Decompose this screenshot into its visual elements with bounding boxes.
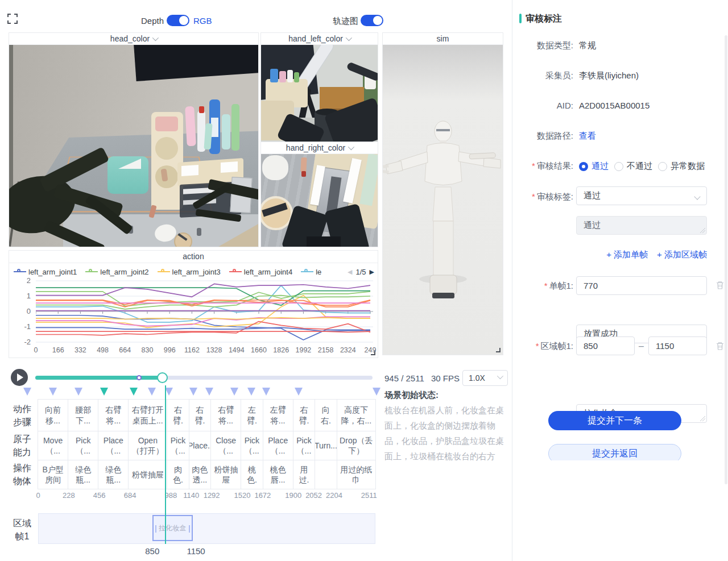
- y-tick: 0: [14, 307, 31, 315]
- step-marker-icon[interactable]: [373, 388, 380, 396]
- textarea-resize-handle[interactable]: [700, 416, 705, 421]
- table-row: Move（...Pick（...Place（...Open（打开）Pick（..…: [38, 431, 376, 460]
- region-handle-right[interactable]: [189, 525, 190, 533]
- head-camera-selector[interactable]: head_color: [9, 33, 258, 45]
- frame-axis-label: 456: [93, 491, 106, 500]
- textarea-resize-handle[interactable]: [700, 228, 705, 233]
- radio-circle-icon[interactable]: [614, 162, 623, 171]
- review-tag-select[interactable]: 通过: [576, 186, 707, 205]
- x-tick: 996: [164, 346, 176, 354]
- delete-single-frame-icon[interactable]: [715, 280, 725, 290]
- radio-option[interactable]: 异常数据: [658, 161, 705, 172]
- step-cell: 腰部下...: [68, 399, 98, 431]
- radio-option[interactable]: 通过: [579, 161, 609, 172]
- submit-next-button[interactable]: 提交并下一条: [548, 411, 681, 430]
- review-panel: 审核标注 数据类型: 常规 采集员: 李轶晨(liyichen) AID: A2…: [512, 0, 728, 561]
- x-tick: 664: [119, 346, 131, 354]
- play-button[interactable]: [11, 369, 28, 386]
- add-single-frame-link[interactable]: + 添加单帧: [606, 250, 648, 260]
- region-block[interactable]: 拉化妆盒: [152, 515, 193, 541]
- hand-left-camera-panel: hand_left_color: [260, 32, 378, 142]
- step-cell: Place..: [189, 431, 211, 460]
- submit-back-button[interactable]: 提交并返回: [548, 444, 681, 460]
- y-tick: 1: [14, 292, 31, 300]
- add-region-frame-link[interactable]: + 添加区域帧: [657, 250, 707, 260]
- view-link[interactable]: 查看: [579, 131, 596, 142]
- hand-left-camera-selector[interactable]: hand_left_color: [261, 33, 378, 45]
- step-marker-icon[interactable]: [189, 388, 197, 396]
- series-right_arm_joint3: [36, 327, 370, 331]
- single-frame-input[interactable]: 770: [576, 276, 707, 295]
- review-tag-note-textarea[interactable]: 通过: [576, 216, 707, 235]
- frame-axis-label: 0: [36, 491, 40, 500]
- delete-region-frame-icon[interactable]: [715, 341, 725, 351]
- step-cell: Open（打开）: [128, 431, 167, 460]
- x-tick: 1328: [206, 346, 222, 354]
- action-chart-panel: action left_arm_joint1left_arm_joint2lef…: [9, 250, 378, 358]
- step-marker-icon[interactable]: [75, 388, 82, 396]
- region-start-input[interactable]: 850: [576, 336, 635, 355]
- step-cell: Turn...: [315, 431, 337, 460]
- head-camera-label: head_color: [110, 34, 150, 43]
- region-end-input[interactable]: 1150: [648, 336, 707, 355]
- add-frame-links: + 添加单帧 + 添加区域帧: [512, 250, 715, 260]
- sim-resize-handle[interactable]: [496, 348, 500, 352]
- speed-value: 1.0X: [469, 373, 485, 383]
- frame-axis-label: 1520: [234, 491, 250, 500]
- head-camera-panel: head_color: [9, 32, 259, 247]
- radio-label: 通过: [592, 161, 609, 172]
- step-cell: 右臂打开桌面上...: [128, 399, 167, 431]
- chevron-down-icon: [497, 373, 503, 379]
- legend-item[interactable]: left_arm_joint3: [158, 268, 221, 276]
- legend-next-icon[interactable]: ▶: [370, 268, 374, 276]
- legend-item[interactable]: le: [301, 268, 321, 276]
- region-track-bar[interactable]: 拉化妆盒: [38, 513, 375, 544]
- step-marker-icon[interactable]: [49, 388, 57, 396]
- table-row: 向前移...腰部下...右臂将...右臂打开桌面上...右臂.右臂.右臂将...…: [38, 399, 376, 431]
- panel-scrollbar[interactable]: [725, 35, 727, 484]
- y-tick: -2: [14, 338, 31, 346]
- step-cell: Place（...: [98, 431, 129, 460]
- radio-option[interactable]: 不通过: [614, 161, 652, 172]
- fullscreen-icon[interactable]: [7, 14, 18, 24]
- step-cell: Drop（丢下）: [337, 431, 376, 460]
- x-tick: 1826: [273, 346, 289, 354]
- step-cell: 左臂.: [241, 399, 263, 431]
- step-marker-icon[interactable]: [23, 388, 31, 396]
- timeline-handle[interactable]: [157, 372, 168, 383]
- radio-circle-icon[interactable]: [579, 162, 588, 171]
- step-cell: Pick（...: [241, 431, 263, 460]
- region-handle-left[interactable]: [155, 525, 156, 533]
- legend-item[interactable]: left_arm_joint1: [14, 268, 77, 276]
- legend-item[interactable]: left_arm_joint2: [85, 268, 148, 276]
- panel-accent-bar: [519, 14, 522, 23]
- sim-panel: sim: [382, 32, 503, 355]
- legend-item[interactable]: left_arm_joint4: [229, 268, 292, 276]
- radio-label: 不通过: [627, 161, 652, 172]
- speed-select[interactable]: 1.0X: [462, 370, 508, 386]
- hand-left-camera-label: hand_left_color: [288, 34, 343, 43]
- trajectory-toggle[interactable]: [361, 15, 383, 26]
- trajectory-label: 轨迹图: [333, 16, 358, 27]
- step-marker-icon[interactable]: [295, 388, 303, 396]
- head-camera-image: [9, 45, 258, 247]
- step-cell: 右臂将...: [98, 399, 129, 431]
- radio-circle-icon[interactable]: [658, 162, 667, 171]
- step-marker-icon[interactable]: [247, 388, 255, 396]
- step-marker-icon[interactable]: [262, 388, 270, 396]
- step-marker-icon[interactable]: [205, 388, 213, 396]
- step-marker-icon[interactable]: [100, 388, 108, 396]
- timeline-slider[interactable]: [35, 376, 373, 380]
- legend-prev-icon[interactable]: ◀: [348, 268, 352, 276]
- step-marker-icon[interactable]: [130, 388, 138, 396]
- range-dash: –: [639, 341, 644, 351]
- step-marker-icon[interactable]: [230, 388, 238, 396]
- depth-rgb-toggle[interactable]: [167, 15, 189, 26]
- x-tick: 830: [142, 346, 154, 354]
- hand-right-camera-selector[interactable]: hand_right_color: [261, 142, 378, 154]
- step-cell: 高度下降，右...: [337, 399, 376, 431]
- x-tick: 166: [52, 346, 64, 354]
- step-marker-icon[interactable]: [148, 388, 156, 396]
- step-cell: 粉饼抽屉: [128, 460, 167, 489]
- step-cell: Place（...: [263, 431, 293, 460]
